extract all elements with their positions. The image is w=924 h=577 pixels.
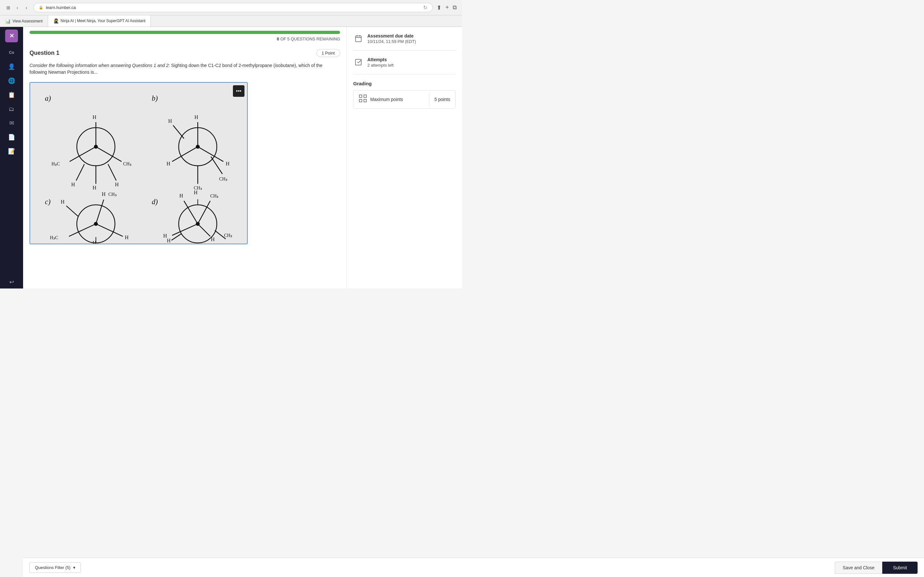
attempts-row: Attempts 2 attempts left (353, 57, 456, 68)
svg-text:H₃C: H₃C (50, 235, 58, 240)
sidebar-item-edit[interactable]: 📝 (5, 145, 18, 158)
svg-text:CH₃: CH₃ (210, 193, 218, 198)
sidebar-item-list[interactable]: 📋 (5, 89, 18, 101)
svg-text:CH₃: CH₃ (123, 161, 132, 166)
svg-text:H: H (115, 181, 119, 187)
sidebar-item-doc[interactable]: 📄 (5, 131, 18, 143)
back-button[interactable]: ‹ (14, 5, 21, 11)
svg-rect-67 (359, 95, 362, 97)
svg-text:H: H (167, 237, 171, 243)
sidebar-item-user[interactable]: 👤 (5, 60, 18, 73)
svg-text:H: H (61, 199, 65, 205)
svg-text:H: H (125, 234, 129, 240)
svg-text:d): d) (152, 198, 158, 206)
grading-title: Grading (353, 81, 456, 86)
question-text: Consider the following information when … (29, 62, 340, 76)
right-sidebar: Assessment due date 10/11/24, 11:59 PM (… (347, 27, 462, 288)
sidebar-item-folder[interactable]: 🗂 (5, 103, 18, 115)
browser-controls: ⊞ ‹ › (5, 5, 29, 11)
svg-rect-66 (355, 59, 361, 65)
sidebar-item-back[interactable]: ↩ (5, 276, 18, 288)
svg-text:H: H (93, 185, 97, 191)
svg-text:H: H (93, 240, 97, 243)
question-title: Question 1 (29, 50, 59, 56)
svg-text:H: H (179, 193, 183, 199)
svg-text:CH₃: CH₃ (108, 192, 117, 197)
sidebar-item-globe[interactable]: 🌐 (5, 74, 18, 87)
maximum-points-value: 5 points (429, 93, 455, 106)
tab-bar: 📊 View Assessment 🥷 Ninja AI | Meet Ninj… (0, 15, 462, 27)
main-layout: ✕ Co 👤 🌐 📋 🗂 ✉ 📄 📝 ↩ (0, 27, 462, 288)
content-area: 0 OF 5 QUESTIONS REMAINING Question 1 1 … (23, 27, 462, 288)
forward-button[interactable]: › (23, 5, 29, 11)
co-icon: Co (9, 50, 14, 55)
svg-text:H: H (194, 189, 198, 195)
svg-text:H: H (71, 181, 75, 187)
sidebar-item-co[interactable]: Co (5, 46, 18, 59)
grading-section: Grading Maximum points (353, 81, 456, 109)
points-badge: 1 Point (317, 49, 340, 57)
question-header: Question 1 1 Point (29, 49, 340, 57)
close-icon: ✕ (9, 32, 14, 39)
sidebar-close-button[interactable]: ✕ (5, 29, 18, 42)
left-sidebar: ✕ Co 👤 🌐 📋 🗂 ✉ 📄 📝 ↩ (0, 27, 23, 288)
svg-text:CH₃: CH₃ (219, 176, 228, 181)
assessment-due-date-section: Assessment due date 10/11/24, 11:59 PM (… (353, 33, 456, 51)
svg-text:c): c) (45, 198, 51, 206)
questions-remaining-count: 0 (277, 37, 279, 41)
reload-icon[interactable]: ↻ (423, 5, 427, 11)
svg-text:H: H (166, 161, 170, 167)
lock-icon: 🔒 (39, 5, 43, 10)
svg-text:H: H (93, 114, 97, 120)
due-date-row: Assessment due date 10/11/24, 11:59 PM (… (353, 33, 456, 44)
svg-text:H: H (194, 114, 198, 120)
tabs-icon[interactable]: ⧉ (453, 4, 457, 11)
question-italic: Consider the following information when … (29, 63, 168, 68)
ellipsis-icon: ••• (236, 88, 242, 94)
svg-text:H₃C: H₃C (52, 161, 60, 166)
attempts-value: 2 attempts left (367, 63, 456, 68)
grid-icon (359, 94, 367, 105)
svg-rect-68 (364, 95, 367, 97)
questions-remaining: 0 OF 5 QUESTIONS REMAINING (29, 37, 340, 41)
svg-text:H: H (168, 118, 172, 124)
new-tab-icon[interactable]: + (445, 4, 449, 11)
due-date-value: 10/11/24, 11:59 PM (EDT) (367, 39, 456, 44)
questions-remaining-label: OF 5 QUESTIONS REMAINING (280, 37, 340, 41)
question-container: Question 1 1 Point Consider the followin… (23, 44, 347, 288)
sidebar-item-mail[interactable]: ✉ (5, 117, 18, 129)
quiz-panel: 0 OF 5 QUESTIONS REMAINING Question 1 1 … (23, 27, 347, 288)
svg-text:H: H (163, 233, 167, 239)
attempts-section: Attempts 2 attempts left (353, 57, 456, 74)
tab-view-assessment[interactable]: 📊 View Assessment (0, 15, 48, 27)
mail-icon: ✉ (9, 119, 14, 127)
svg-rect-70 (364, 99, 367, 102)
due-date-label: Assessment due date (367, 33, 456, 39)
browser-actions: ⬆ + ⧉ (437, 4, 457, 11)
svg-text:CH₃: CH₃ (224, 233, 232, 238)
globe-icon: 🌐 (8, 77, 15, 84)
share-icon[interactable]: ⬆ (437, 4, 441, 11)
tab-ninja-ai-icon: 🥷 (53, 18, 59, 23)
user-icon: 👤 (8, 63, 15, 70)
newman-svg: a) H H₃C CH₃ (30, 83, 247, 243)
grading-card-left: Maximum points (354, 90, 429, 108)
attempts-icon (353, 57, 363, 67)
attempts-label: Attempts (367, 57, 456, 62)
image-menu-button[interactable]: ••• (233, 85, 244, 97)
svg-rect-62 (355, 36, 361, 42)
tab-ninja-ai-label: Ninja AI | Meet Ninja, Your SuperGPT AI … (61, 19, 145, 23)
svg-rect-69 (359, 99, 362, 102)
maximum-points-label: Maximum points (370, 97, 403, 102)
back-arrow-icon: ↩ (9, 279, 14, 285)
address-bar[interactable]: 🔒 learn.humber.ca ↻ (33, 3, 433, 12)
svg-rect-0 (30, 83, 247, 243)
progress-section: 0 OF 5 QUESTIONS REMAINING (23, 27, 347, 44)
svg-text:a): a) (45, 94, 51, 102)
newman-projections-image: ••• a) (29, 82, 248, 244)
folder-icon: 🗂 (9, 106, 15, 113)
progress-bar (29, 31, 340, 34)
sidebar-toggle-button[interactable]: ⊞ (5, 5, 11, 11)
tab-ninja-ai[interactable]: 🥷 Ninja AI | Meet Ninja, Your SuperGPT A… (48, 15, 151, 27)
svg-text:b): b) (152, 94, 158, 102)
